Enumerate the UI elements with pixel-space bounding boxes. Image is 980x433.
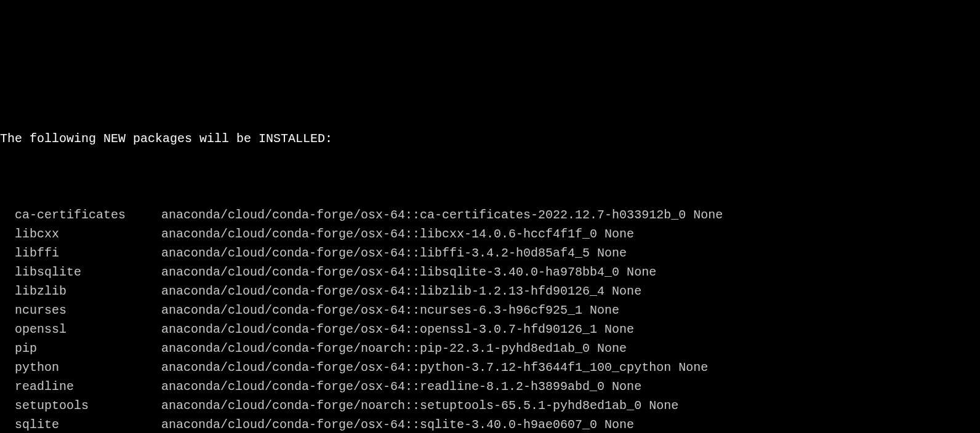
package-row: readlineanaconda/cloud/conda-forge/osx-6… — [0, 377, 980, 396]
terminal-output: The following NEW packages will be INSTA… — [0, 76, 980, 433]
package-name: ncurses — [0, 301, 161, 320]
package-name: openssl — [0, 320, 161, 339]
package-name: readline — [0, 377, 161, 396]
package-spec: anaconda/cloud/conda-forge/osx-64::libcx… — [161, 224, 634, 244]
package-name: python — [0, 358, 161, 377]
package-spec: anaconda/cloud/conda-forge/osx-64::libsq… — [161, 263, 656, 282]
package-spec: anaconda/cloud/conda-forge/osx-64::pytho… — [161, 358, 708, 377]
package-spec: anaconda/cloud/conda-forge/noarch::pip-2… — [161, 339, 627, 358]
package-spec: anaconda/cloud/conda-forge/noarch::setup… — [161, 396, 678, 415]
package-name: ca-certificates — [0, 205, 161, 224]
package-name: libzlib — [0, 282, 161, 301]
package-row: libzlibanaconda/cloud/conda-forge/osx-64… — [0, 282, 980, 301]
package-name: libffi — [0, 244, 161, 263]
package-spec: anaconda/cloud/conda-forge/osx-64::ca-ce… — [161, 205, 723, 224]
package-row: setuptoolsanaconda/cloud/conda-forge/noa… — [0, 396, 980, 415]
package-row: sqliteanaconda/cloud/conda-forge/osx-64:… — [0, 415, 980, 433]
package-spec: anaconda/cloud/conda-forge/osx-64::readl… — [161, 377, 641, 396]
package-name: pip — [0, 339, 161, 358]
package-row: opensslanaconda/cloud/conda-forge/osx-64… — [0, 320, 980, 339]
package-name: libcxx — [0, 224, 161, 244]
package-row: ncursesanaconda/cloud/conda-forge/osx-64… — [0, 301, 980, 320]
package-row: pythonanaconda/cloud/conda-forge/osx-64:… — [0, 358, 980, 377]
package-spec: anaconda/cloud/conda-forge/osx-64::ncurs… — [161, 301, 619, 320]
package-row: libcxxanaconda/cloud/conda-forge/osx-64:… — [0, 224, 980, 244]
package-row: libffianaconda/cloud/conda-forge/osx-64:… — [0, 244, 980, 263]
package-spec: anaconda/cloud/conda-forge/osx-64::libzl… — [161, 282, 641, 301]
package-name: setuptools — [0, 396, 161, 415]
package-row: libsqliteanaconda/cloud/conda-forge/osx-… — [0, 263, 980, 282]
package-row: ca-certificatesanaconda/cloud/conda-forg… — [0, 205, 980, 224]
package-list: ca-certificatesanaconda/cloud/conda-forg… — [0, 205, 980, 433]
package-row: pipanaconda/cloud/conda-forge/noarch::pi… — [0, 339, 980, 358]
package-name: sqlite — [0, 415, 161, 433]
install-header: The following NEW packages will be INSTA… — [0, 129, 980, 148]
package-spec: anaconda/cloud/conda-forge/osx-64::opens… — [161, 320, 634, 339]
package-spec: anaconda/cloud/conda-forge/osx-64::sqlit… — [161, 415, 634, 433]
package-spec: anaconda/cloud/conda-forge/osx-64::libff… — [161, 244, 627, 263]
package-name: libsqlite — [0, 263, 161, 282]
